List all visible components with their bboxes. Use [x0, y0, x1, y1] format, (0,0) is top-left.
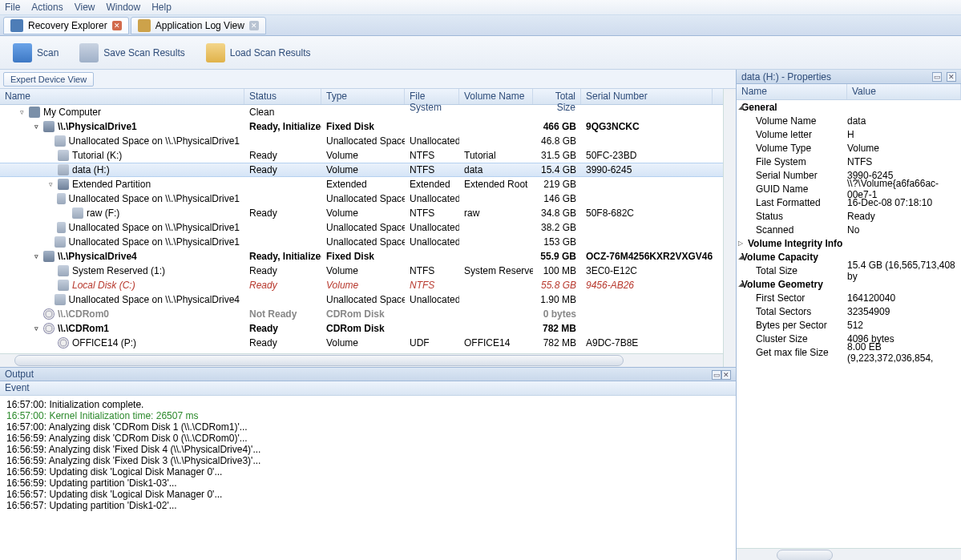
- view-switcher: Expert Device View: [0, 70, 736, 89]
- col-volume-name[interactable]: Volume Name: [459, 89, 533, 104]
- document-tabs: Recovery Explorer ✕ Application Log View…: [0, 15, 961, 36]
- properties-header: Name Value: [737, 84, 961, 100]
- table-row[interactable]: Tutorial (K:)ReadyVolumeNTFSTutorial31.5…: [0, 148, 723, 163]
- table-row[interactable]: Unallocated Space on \\.\PhysicalDrive4U…: [0, 292, 723, 307]
- scan-icon: [13, 43, 32, 62]
- col-status[interactable]: Status: [244, 89, 321, 104]
- log-line: 16:56:59: Analyzing disk 'CDRom Disk 0 (…: [6, 433, 729, 444]
- table-row[interactable]: System Reserved (1:)ReadyVolumeNTFSSyste…: [0, 264, 723, 278]
- property-row[interactable]: Volume letterH: [737, 127, 961, 141]
- log-line: 16:57:00: Kernel Initialization time: 26…: [6, 410, 729, 421]
- table-row[interactable]: ▿\\.\PhysicalDrive1Ready, InitializedFix…: [0, 119, 723, 134]
- col-name[interactable]: Name: [0, 89, 244, 104]
- menu-view[interactable]: View: [75, 2, 95, 13]
- save-icon: [79, 43, 99, 62]
- part-icon: [57, 193, 66, 204]
- menu-actions[interactable]: Actions: [31, 2, 63, 13]
- property-row[interactable]: GUID Name\\?\Volume{a6fa66ac-00e7-1: [737, 182, 961, 195]
- tree-toggle-icon[interactable]: ▿: [32, 324, 40, 332]
- cd-icon: [43, 308, 55, 320]
- property-row[interactable]: File SystemNTFS: [737, 155, 961, 168]
- property-category[interactable]: Volume Integrity Info: [737, 236, 961, 250]
- horizontal-scrollbar[interactable]: [737, 548, 961, 560]
- menu-window[interactable]: Window: [107, 2, 141, 13]
- table-row[interactable]: Unallocated Space on \\.\PhysicalDrive1U…: [0, 220, 723, 235]
- part-icon: [55, 135, 65, 147]
- log-line: 16:57:00: Analyzing disk 'CDRom Disk 1 (…: [6, 421, 729, 433]
- property-row[interactable]: Last Formatted16-Dec-08 07:18:10: [737, 195, 961, 209]
- properties-list[interactable]: GeneralVolume NamedataVolume letterHVolu…: [737, 100, 961, 548]
- close-icon[interactable]: ✕: [112, 21, 122, 30]
- pin-icon[interactable]: ▭: [932, 72, 942, 82]
- col-serial[interactable]: Serial Number: [581, 89, 713, 104]
- log-line: 16:57:00: Initialization complete.: [6, 399, 729, 410]
- col-total-size[interactable]: Total Size: [533, 89, 581, 104]
- part-icon: [72, 207, 83, 219]
- close-icon[interactable]: ✕: [721, 370, 731, 380]
- output-log[interactable]: 16:57:00: Initialization complete.16:57:…: [0, 396, 736, 560]
- folder-icon: [206, 43, 225, 62]
- property-row[interactable]: StatusReady: [737, 209, 961, 223]
- log-line: 16:56:59: Analyzing disk 'Fixed Disk 3 (…: [6, 455, 729, 466]
- property-row[interactable]: First Sector164120040: [737, 291, 961, 304]
- event-column-header[interactable]: Event: [0, 381, 736, 396]
- tree-toggle-icon[interactable]: ▿: [32, 123, 40, 131]
- prop-col-value[interactable]: Value: [847, 84, 961, 99]
- cd-icon: [58, 337, 69, 348]
- tab-label: Application Log View: [155, 20, 244, 31]
- table-row[interactable]: ▿My ComputerClean: [0, 105, 723, 119]
- tree-toggle-icon[interactable]: ▿: [32, 252, 40, 260]
- property-row[interactable]: Bytes per Sector512: [737, 318, 961, 332]
- toolbar: Scan Save Scan Results Load Scan Results: [0, 36, 961, 70]
- save-scan-button[interactable]: Save Scan Results: [73, 40, 191, 66]
- scan-button[interactable]: Scan: [6, 40, 65, 66]
- property-row[interactable]: Get max file Size8.00 EB (9,223,372,036,…: [737, 345, 961, 359]
- property-row[interactable]: Volume TypeVolume: [737, 141, 961, 155]
- table-row[interactable]: Local Disk (C:)ReadyVolumeNTFS55.8 GB945…: [0, 278, 723, 292]
- part-icon: [55, 294, 65, 305]
- pin-icon[interactable]: ▭: [712, 370, 721, 380]
- property-row[interactable]: Total Sectors32354909: [737, 304, 961, 318]
- col-type[interactable]: Type: [321, 89, 405, 104]
- expert-device-view-button[interactable]: Expert Device View: [3, 72, 94, 87]
- table-row[interactable]: raw (F:)ReadyVolumeNTFSraw34.8 GB50F8-68…: [0, 206, 723, 220]
- menu-file[interactable]: File: [5, 2, 20, 13]
- table-row[interactable]: ▿\\.\CDRom1ReadyCDRom Disk782 MB: [0, 321, 723, 336]
- cd-icon: [43, 323, 55, 334]
- property-row[interactable]: ScannedNo: [737, 223, 961, 236]
- table-row[interactable]: Unallocated Space on \\.\PhysicalDrive1U…: [0, 235, 723, 249]
- tree-toggle-icon[interactable]: ▿: [18, 108, 26, 116]
- property-row[interactable]: Volume Namedata: [737, 114, 961, 127]
- part-icon: [58, 265, 69, 276]
- log-line: 16:56:59: Updating disk 'Logical Disk Ma…: [6, 466, 729, 477]
- load-scan-button[interactable]: Load Scan Results: [200, 40, 317, 66]
- table-row[interactable]: Unallocated Space on \\.\PhysicalDrive1U…: [0, 191, 723, 206]
- tree-toggle-icon[interactable]: ▿: [46, 180, 55, 188]
- table-row[interactable]: ▿\\.\PhysicalDrive4Ready, InitializedFix…: [0, 249, 723, 264]
- vertical-scrollbar[interactable]: [723, 89, 736, 367]
- property-category[interactable]: General: [737, 100, 961, 114]
- tab-label: Recovery Explorer: [28, 20, 107, 31]
- prop-col-name[interactable]: Name: [737, 84, 847, 99]
- table-row[interactable]: ▿Extended PartitionExtendedExtendedExten…: [0, 177, 723, 191]
- device-grid-header: Name Status Type File System Volume Name…: [0, 89, 723, 105]
- horizontal-scrollbar[interactable]: [0, 353, 723, 367]
- close-icon[interactable]: ✕: [249, 21, 259, 30]
- properties-panel-header: data (H:) - Properties ▭✕: [737, 70, 961, 84]
- table-row[interactable]: Unallocated Space on \\.\PhysicalDrive1U…: [0, 134, 723, 148]
- table-row[interactable]: OFFICE14 (P:)ReadyVolumeUDFOFFICE14782 M…: [0, 336, 723, 350]
- tab-recovery-explorer[interactable]: Recovery Explorer ✕: [3, 17, 129, 34]
- part-icon: [57, 222, 66, 233]
- device-grid[interactable]: ▿My ComputerClean▿\\.\PhysicalDrive1Read…: [0, 105, 723, 353]
- menu-help[interactable]: Help: [151, 2, 172, 13]
- close-icon[interactable]: ✕: [947, 72, 956, 82]
- table-row[interactable]: data (H:)ReadyVolumeNTFSdata15.4 GB3990-…: [0, 163, 723, 177]
- part-icon: [58, 280, 69, 291]
- log-icon: [138, 19, 151, 32]
- table-row[interactable]: \\.\CDRom0Not ReadyCDRom Disk0 bytes: [0, 307, 723, 321]
- tab-application-log[interactable]: Application Log View ✕: [131, 17, 266, 34]
- log-line: 16:56:59: Analyzing disk 'Fixed Disk 4 (…: [6, 444, 729, 455]
- property-row[interactable]: Total Size15.4 GB (16,565,713,408 by: [737, 264, 961, 277]
- col-filesystem[interactable]: File System: [405, 89, 459, 104]
- hdd-icon: [58, 179, 69, 190]
